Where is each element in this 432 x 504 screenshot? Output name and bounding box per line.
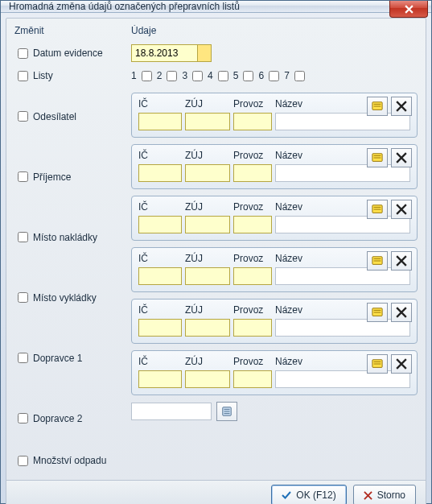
party-block-dopravce1: IČ ZÚJ Provoz Název <box>131 299 418 344</box>
note-button-odesilatel[interactable] <box>367 97 388 116</box>
hdr-ic: IČ <box>138 150 185 161</box>
listy-num-2: 2 <box>157 70 163 81</box>
row-prijemce: Příjemce <box>14 147 131 207</box>
storno-button[interactable]: Storno <box>353 485 416 504</box>
clear-button-misto-nakladky[interactable] <box>391 200 412 219</box>
listy-check-2[interactable] <box>167 71 177 81</box>
check-listy[interactable] <box>18 71 28 81</box>
clear-button-dopravce1[interactable] <box>391 303 412 322</box>
x-icon <box>396 101 407 112</box>
check-misto-vykladky[interactable] <box>18 292 28 303</box>
party-block-misto-nakladky: IČ ZÚJ Provoz Název <box>131 196 418 241</box>
list-icon <box>221 406 232 417</box>
nazev-field-dopravce1[interactable] <box>275 319 410 337</box>
hdr-provoz: Provoz <box>233 356 275 367</box>
note-icon <box>372 255 383 266</box>
listy-row: 1 2 3 4 5 6 7 <box>131 65 418 86</box>
listy-check-7[interactable] <box>294 71 305 81</box>
hdr-zuj: ZÚJ <box>185 356 233 367</box>
date-dropdown-button[interactable] <box>197 45 211 61</box>
ic-field-dopravce2[interactable] <box>138 370 182 388</box>
listy-check-3[interactable] <box>192 71 203 81</box>
note-icon <box>372 101 383 112</box>
hdr-ic: IČ <box>138 201 185 213</box>
clear-button-prijemce[interactable] <box>391 148 412 167</box>
ic-field-prijemce[interactable] <box>138 164 182 182</box>
ok-button[interactable]: OK (F12) <box>271 485 346 504</box>
listy-num-5: 5 <box>233 70 239 81</box>
nazev-field-prijemce[interactable] <box>275 164 410 182</box>
check-odesilatel[interactable] <box>18 111 28 122</box>
zuj-field-dopravce2[interactable] <box>185 370 230 388</box>
zuj-field-prijemce[interactable] <box>185 164 230 182</box>
provoz-field-dopravce2[interactable] <box>233 370 272 388</box>
titlebar: Hromadná změna údajů označených přepravn… <box>1 1 431 13</box>
check-misto-nakladky[interactable] <box>18 232 28 242</box>
check-dopravce1[interactable] <box>18 353 28 363</box>
x-icon <box>396 358 407 370</box>
clear-button-odesilatel[interactable] <box>391 97 412 116</box>
label-dopravce2: Dopravce 2 <box>33 413 82 424</box>
provoz-field-misto-vykladky[interactable] <box>233 267 272 285</box>
provoz-field-prijemce[interactable] <box>233 164 272 182</box>
mnozstvi-input[interactable] <box>131 403 212 420</box>
listy-check-1[interactable] <box>142 71 152 81</box>
provoz-field-misto-nakladky[interactable] <box>233 216 272 233</box>
check-mnozstvi[interactable] <box>18 456 28 466</box>
listy-check-6[interactable] <box>269 71 279 81</box>
provoz-field-dopravce1[interactable] <box>233 319 272 337</box>
nazev-field-misto-nakladky[interactable] <box>275 216 410 233</box>
hdr-nazev: Název <box>275 150 410 161</box>
mnozstvi-lookup-button[interactable] <box>216 402 237 421</box>
ic-field-odesilatel[interactable] <box>138 113 182 130</box>
note-button-dopravce2[interactable] <box>367 354 388 374</box>
x-icon <box>396 204 407 215</box>
note-button-misto-nakladky[interactable] <box>367 200 388 219</box>
clear-button-misto-vykladky[interactable] <box>391 251 412 271</box>
provoz-field-odesilatel[interactable] <box>233 113 272 130</box>
clear-button-dopravce2[interactable] <box>391 354 412 374</box>
label-prijemce: Příjemce <box>33 171 71 183</box>
row-odesilatel: Odesílatel <box>14 86 131 147</box>
hdr-ic: IČ <box>138 356 185 367</box>
hdr-zuj: ZÚJ <box>185 304 233 316</box>
left-column: Změnit Datum evidence Listy Odesílatel <box>14 25 131 473</box>
ic-field-misto-vykladky[interactable] <box>138 267 182 285</box>
note-button-prijemce[interactable] <box>367 148 388 167</box>
note-button-misto-vykladky[interactable] <box>367 251 388 271</box>
zuj-field-dopravce1[interactable] <box>185 319 230 337</box>
listy-check-5[interactable] <box>243 71 253 81</box>
section-title-zmenit: Změnit <box>14 25 131 36</box>
check-datum-evidence[interactable] <box>18 48 28 59</box>
listy-num-6: 6 <box>258 70 264 81</box>
party-block-prijemce: IČ ZÚJ Provoz Název <box>131 144 418 189</box>
hdr-nazev: Název <box>275 201 410 213</box>
zuj-field-misto-vykladky[interactable] <box>185 267 230 285</box>
nazev-field-misto-vykladky[interactable] <box>275 267 410 285</box>
date-evidence-field[interactable]: 18.8.2013 <box>131 44 212 62</box>
listy-check-4[interactable] <box>218 71 228 81</box>
close-button[interactable] <box>389 1 428 18</box>
label-odesilatel: Odesílatel <box>33 111 76 122</box>
party-block-dopravce2: IČ ZÚJ Provoz Název <box>131 350 418 395</box>
zuj-field-misto-nakladky[interactable] <box>185 216 230 233</box>
hdr-provoz: Provoz <box>233 150 275 161</box>
ic-field-dopravce1[interactable] <box>138 319 182 337</box>
note-button-dopravce1[interactable] <box>367 303 388 322</box>
hdr-nazev: Název <box>275 253 410 264</box>
nazev-field-dopravce2[interactable] <box>275 370 410 388</box>
nazev-field-odesilatel[interactable] <box>275 113 410 130</box>
listy-num-4: 4 <box>208 70 213 81</box>
ic-field-misto-nakladky[interactable] <box>138 216 182 233</box>
hdr-zuj: ZÚJ <box>185 253 233 264</box>
label-misto-nakladky: Místo nakládky <box>33 232 97 243</box>
check-prijemce[interactable] <box>18 171 28 182</box>
hdr-provoz: Provoz <box>233 98 275 109</box>
zuj-field-odesilatel[interactable] <box>185 113 230 130</box>
hdr-ic: IČ <box>138 253 185 264</box>
hdr-nazev: Název <box>275 356 410 367</box>
label-listy: Listy <box>33 70 53 81</box>
row-datum-evidence: Datum evidence <box>14 41 131 65</box>
check-dopravce2[interactable] <box>18 413 28 423</box>
footer: OK (F12) Storno <box>6 480 426 504</box>
